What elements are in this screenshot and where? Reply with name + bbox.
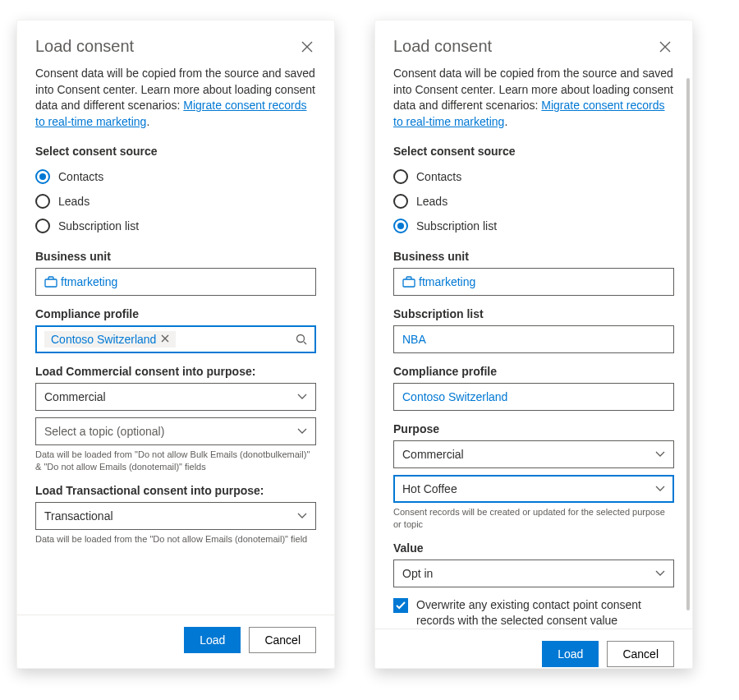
business-unit-input[interactable]: ftmarketing: [35, 268, 316, 296]
radio-icon: [393, 169, 408, 184]
radio-icon: [35, 219, 50, 233]
panel-footer: Load Cancel: [17, 615, 334, 653]
radio-label: Contacts: [58, 170, 103, 183]
commercial-purpose-label: Load Commercial consent into purpose:: [35, 365, 316, 378]
commercial-purpose-select[interactable]: Commercial: [35, 383, 316, 411]
radio-contacts[interactable]: Contacts: [35, 169, 316, 184]
business-unit-value: ftmarketing: [419, 275, 475, 288]
commercial-helper: Data will be loaded from "Do not allow B…: [35, 449, 316, 472]
topic-value: Hot Coffee: [402, 482, 457, 495]
radio-label: Subscription list: [58, 219, 139, 233]
commercial-purpose-value: Commercial: [44, 390, 106, 403]
radio-contacts[interactable]: Contacts: [393, 169, 674, 184]
chevron-down-icon: [655, 570, 665, 577]
load-consent-panel-contacts: Load consent Consent data will be copied…: [16, 20, 335, 669]
panel-title: Load consent: [393, 37, 492, 56]
scrollbar[interactable]: [686, 78, 690, 610]
topic-select[interactable]: Select a topic (optional): [35, 417, 316, 445]
business-unit-value: ftmarketing: [61, 275, 117, 288]
transactional-purpose-value: Transactional: [44, 509, 113, 523]
cancel-button[interactable]: Cancel: [607, 641, 674, 667]
transactional-helper: Data will be loaded from the "Do not all…: [35, 533, 316, 545]
compliance-profile-label: Compliance profile: [35, 307, 316, 320]
load-consent-panel-sublist: Load consent Consent data will be copied…: [374, 20, 693, 669]
panel-footer: Load Cancel: [375, 629, 692, 667]
select-source-label: Select consent source: [393, 145, 674, 158]
business-unit-label: Business unit: [393, 250, 674, 263]
topic-placeholder: Select a topic (optional): [44, 425, 164, 438]
chip-remove-icon[interactable]: [161, 334, 169, 345]
compliance-profile-input[interactable]: Contoso Switzerland: [35, 325, 316, 353]
overwrite-checkbox-row[interactable]: Overwrite any existing contact point con…: [393, 597, 674, 629]
radio-subscription-list[interactable]: Subscription list: [35, 219, 316, 233]
subscription-list-label: Subscription list: [393, 307, 674, 320]
chevron-down-icon: [297, 394, 307, 400]
cancel-button[interactable]: Cancel: [249, 627, 316, 653]
chevron-down-icon: [655, 486, 665, 492]
purpose-helper: Consent records will be created or updat…: [393, 506, 674, 530]
checkbox-checked-icon: [393, 598, 408, 613]
purpose-label: Purpose: [393, 422, 674, 435]
compliance-profile-chip: Contoso Switzerland: [44, 331, 176, 348]
search-icon[interactable]: [296, 334, 307, 345]
svg-rect-2: [403, 279, 415, 287]
radio-leads[interactable]: Leads: [393, 194, 674, 209]
panel-title: Load consent: [35, 37, 134, 56]
subscription-list-input[interactable]: NBA: [393, 325, 674, 353]
value-value: Opt in: [402, 567, 433, 580]
chevron-down-icon: [297, 513, 307, 519]
radio-icon: [35, 194, 50, 209]
briefcase-icon: [44, 276, 57, 288]
close-icon[interactable]: [656, 38, 674, 56]
compliance-profile-input[interactable]: Contoso Switzerland: [393, 383, 674, 411]
radio-label: Subscription list: [416, 219, 497, 233]
chevron-down-icon: [297, 428, 307, 435]
radio-leads[interactable]: Leads: [35, 194, 316, 209]
overwrite-label: Overwrite any existing contact point con…: [416, 597, 674, 629]
compliance-profile-label: Compliance profile: [393, 365, 674, 378]
load-button[interactable]: Load: [542, 641, 599, 667]
close-icon[interactable]: [298, 38, 316, 56]
purpose-select[interactable]: Commercial: [393, 440, 674, 468]
topic-select[interactable]: Hot Coffee: [393, 475, 674, 503]
business-unit-label: Business unit: [35, 250, 316, 263]
load-button[interactable]: Load: [184, 627, 241, 653]
briefcase-icon: [402, 276, 415, 288]
radio-label: Leads: [416, 195, 448, 208]
purpose-value: Commercial: [402, 448, 464, 461]
radio-icon: [35, 169, 50, 184]
radio-label: Leads: [58, 195, 90, 208]
compliance-profile-value: Contoso Switzerland: [402, 390, 507, 403]
intro-dot: .: [504, 115, 507, 128]
value-select[interactable]: Opt in: [393, 560, 674, 587]
chip-text: Contoso Switzerland: [51, 333, 156, 346]
value-label: Value: [393, 541, 674, 555]
radio-label: Contacts: [416, 170, 461, 183]
intro-dot: .: [146, 115, 149, 128]
panel-header: Load consent: [393, 37, 674, 56]
select-source-label: Select consent source: [35, 145, 316, 158]
svg-rect-0: [45, 279, 57, 287]
radio-icon: [393, 219, 408, 233]
radio-subscription-list[interactable]: Subscription list: [393, 219, 674, 233]
radio-icon: [393, 194, 408, 209]
svg-point-1: [297, 335, 305, 343]
transactional-purpose-label: Load Transactional consent into purpose:: [35, 484, 316, 497]
transactional-purpose-select[interactable]: Transactional: [35, 502, 316, 530]
chevron-down-icon: [655, 451, 665, 458]
intro-text: Consent data will be copied from the sou…: [393, 66, 674, 130]
subscription-list-value: NBA: [402, 333, 426, 346]
intro-text: Consent data will be copied from the sou…: [35, 66, 316, 130]
business-unit-input[interactable]: ftmarketing: [393, 268, 674, 296]
panel-header: Load consent: [35, 37, 316, 56]
